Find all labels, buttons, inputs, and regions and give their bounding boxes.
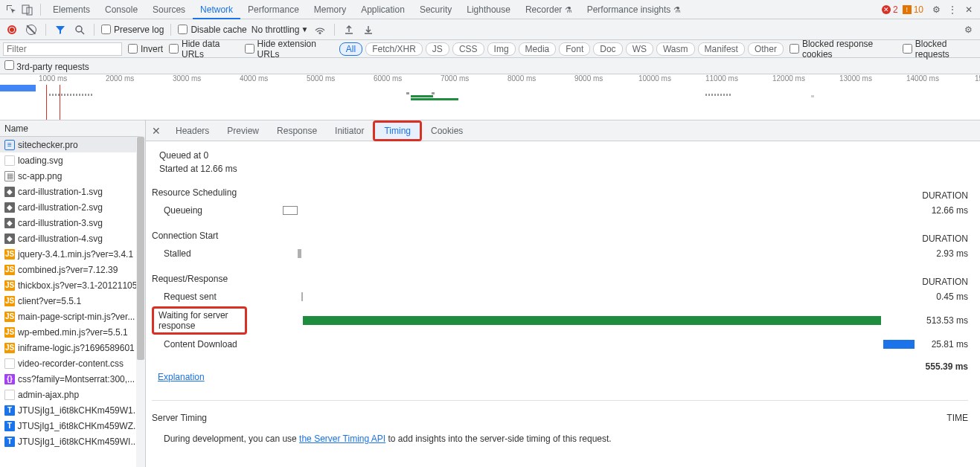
inspect-icon[interactable]	[3, 1, 19, 18]
tab-perf-insights[interactable]: Performance insights ⚗	[580, 0, 688, 19]
content-download-duration: 25.81 ms	[915, 339, 968, 350]
filter-fetch[interactable]: Fetch/XHR	[365, 42, 423, 56]
hide-data-urls-checkbox[interactable]: Hide data URLs	[169, 39, 239, 59]
filter-wasm[interactable]: Wasm	[656, 42, 695, 56]
import-har-icon[interactable]	[342, 22, 356, 37]
tab-recorder[interactable]: Recorder ⚗	[518, 0, 580, 19]
settings-icon[interactable]: ⚙	[928, 1, 944, 18]
request-row[interactable]: TJTUSjIg1_i6t8kCHKm459WZ...	[0, 418, 145, 434]
invert-checkbox[interactable]: Invert	[128, 44, 163, 54]
filter-icon[interactable]	[53, 22, 68, 37]
search-icon[interactable]	[72, 22, 87, 37]
tab-memory[interactable]: Memory	[307, 0, 353, 19]
filter-doc[interactable]: Doc	[593, 42, 622, 56]
request-row[interactable]: ◆card-illustration-4.svg	[0, 231, 145, 246]
filter-input[interactable]	[3, 42, 122, 56]
tab-preview[interactable]: Preview	[218, 120, 268, 141]
request-row[interactable]: JScombined.js?ver=7.12.39	[0, 262, 145, 277]
close-devtools-icon[interactable]: ✕	[961, 1, 977, 18]
svg-rect-0	[22, 5, 29, 13]
request-name: main-page-script-min.js?ver...	[18, 312, 135, 322]
filter-media[interactable]: Media	[519, 42, 557, 56]
request-row[interactable]: {}css?family=Montserrat:300,...	[0, 371, 145, 387]
blocked-requests-checkbox[interactable]: Blocked requests	[903, 39, 977, 59]
tab-security[interactable]: Security	[412, 0, 459, 19]
filter-manifest[interactable]: Manifest	[698, 42, 745, 56]
request-row[interactable]: JSwp-embed.min.js?ver=5.5.1	[0, 324, 145, 340]
network-conditions-icon[interactable]	[313, 22, 327, 37]
server-timing-api-link[interactable]: the Server Timing API	[299, 434, 385, 444]
separator	[45, 24, 46, 36]
request-row[interactable]: JSmain-page-script-min.js?ver...	[0, 309, 145, 324]
queueing-bar	[283, 206, 298, 215]
request-row[interactable]: ◆card-illustration-1.svg	[0, 184, 145, 199]
scrollbar[interactable]	[136, 137, 145, 467]
tab-performance[interactable]: Performance	[240, 0, 307, 19]
tab-headers[interactable]: Headers	[167, 120, 218, 141]
filter-other[interactable]: Other	[748, 42, 784, 56]
filter-font[interactable]: Font	[559, 42, 590, 56]
scroll-thumb[interactable]	[137, 137, 144, 360]
request-row[interactable]: admin-ajax.php	[0, 387, 145, 402]
preserve-log-checkbox[interactable]: Preserve log	[101, 25, 164, 35]
warnings-badge[interactable]: !10	[903, 4, 923, 15]
tab-cookies[interactable]: Cookies	[422, 120, 472, 141]
content-download-bar	[883, 340, 915, 349]
stalled-row: Stalled 2.93 ms	[152, 244, 968, 263]
request-row[interactable]: ◆card-illustration-2.svg	[0, 199, 145, 215]
started-at-text: Started at 12.66 ms	[159, 164, 968, 174]
overview-timeline[interactable]: 1000 ms 2000 ms 3000 ms 4000 ms 5000 ms …	[0, 74, 980, 120]
throttling-dropdown[interactable]: No throttling ▼	[252, 25, 309, 35]
tab-lighthouse[interactable]: Lighthouse	[459, 0, 518, 19]
tab-network[interactable]: Network	[193, 0, 240, 19]
tab-initiator[interactable]: Initiator	[326, 120, 373, 141]
device-toggle-icon[interactable]	[19, 1, 36, 18]
request-row[interactable]: TJTUSjIg1_i6t8kCHKm459WI...	[0, 434, 145, 449]
request-name: card-illustration-2.svg	[18, 202, 103, 213]
request-row[interactable]: TJTUSjIg1_i6t8kCHKm459W1...	[0, 402, 145, 418]
filter-all[interactable]: All	[339, 42, 362, 56]
tab-console[interactable]: Console	[97, 0, 145, 19]
tab-response[interactable]: Response	[268, 120, 326, 141]
blocked-cookies-checkbox[interactable]: Blocked response cookies	[790, 39, 897, 59]
request-name: wp-embed.min.js?ver=5.5.1	[18, 327, 128, 338]
close-details-icon[interactable]: ✕	[146, 125, 167, 137]
filter-js[interactable]: JS	[426, 42, 449, 56]
hide-extension-urls-checkbox[interactable]: Hide extension URLs	[245, 39, 333, 59]
duration-header: DURATION	[909, 234, 968, 244]
request-row[interactable]: ◆card-illustration-3.svg	[0, 215, 145, 231]
tab-timing[interactable]: Timing	[375, 123, 420, 139]
request-row[interactable]: ≡sitechecker.pro	[0, 137, 145, 152]
tab-application[interactable]: Application	[353, 0, 412, 19]
queueing-duration: 12.66 ms	[915, 205, 968, 216]
tab-sources[interactable]: Sources	[145, 0, 193, 19]
timeline-ticks: 1000 ms 2000 ms 3000 ms 4000 ms 5000 ms …	[0, 74, 980, 85]
request-row[interactable]: JSclient?ver=5.5.1	[0, 293, 145, 309]
filter-ws[interactable]: WS	[626, 42, 653, 56]
third-party-checkbox[interactable]: 3rd-party requests	[4, 60, 89, 72]
more-icon[interactable]: ⋮	[944, 1, 961, 18]
clear-button[interactable]	[24, 22, 39, 37]
request-row[interactable]: video-recorder-content.css	[0, 355, 145, 371]
filter-css[interactable]: CSS	[452, 42, 484, 56]
explanation-link[interactable]: Explanation	[158, 372, 205, 382]
request-name: card-illustration-3.svg	[18, 218, 103, 228]
errors-badge[interactable]: ✕2	[882, 4, 898, 15]
request-row[interactable]: loading.svg	[0, 152, 145, 168]
request-row[interactable]: JSthickbox.js?ver=3.1-20121105	[0, 277, 145, 293]
request-name: card-illustration-1.svg	[18, 187, 103, 197]
request-row[interactable]: JSjquery-3.4.1.min.js?ver=3.4.1	[0, 246, 145, 262]
request-name: sc-app.png	[18, 171, 62, 181]
filter-img[interactable]: Img	[487, 42, 516, 56]
stalled-duration: 2.93 ms	[915, 248, 968, 259]
request-row[interactable]: ▦sc-app.png	[0, 168, 145, 184]
network-settings-icon[interactable]: ⚙	[961, 22, 976, 37]
disable-cache-checkbox[interactable]: Disable cache	[178, 25, 246, 35]
request-name: jquery-3.4.1.min.js?ver=3.4.1	[18, 249, 133, 260]
export-har-icon[interactable]	[361, 22, 376, 37]
request-row[interactable]: JSiniframe-logic.js?1696589601	[0, 340, 145, 355]
tab-elements[interactable]: Elements	[45, 0, 97, 19]
record-button[interactable]	[4, 22, 19, 37]
name-column-header[interactable]: Name	[0, 120, 145, 137]
queueing-label: Queueing	[152, 205, 283, 216]
